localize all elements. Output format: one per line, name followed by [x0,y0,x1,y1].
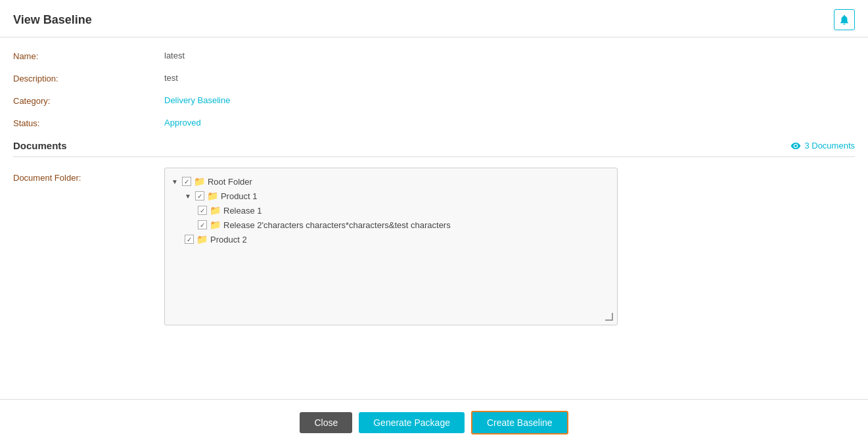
documents-section-header: Documents 3 Documents [13,140,855,157]
category-value: Delivery Baseline [164,95,230,105]
page-title: View Baseline [13,13,92,27]
folder-tree-container: ▼ 📁 Root Folder ▼ 📁 Product 1 📁 Releas [164,168,618,325]
folder-icon-product2: 📁 [196,234,208,245]
chevron-product1: ▼ [185,193,191,200]
content: Name: latest Description: test Category:… [0,37,868,345]
doc-count-text: 3 Documents [804,141,855,151]
checkbox-release1[interactable] [198,206,207,215]
tree-item-product1: ▼ 📁 Product 1 [185,191,610,201]
create-baseline-button[interactable]: Create Baseline [471,411,568,434]
checkbox-root[interactable] [182,177,191,186]
name-label: Name: [13,51,164,61]
doc-folder-row: Document Folder: ▼ 📁 Root Folder ▼ 📁 Pro… [13,168,855,325]
folder-icon-root: 📁 [194,176,205,187]
category-field-row: Category: Delivery Baseline [13,95,855,106]
name-field-row: Name: latest [13,51,855,61]
status-field-row: Status: Approved [13,118,855,128]
tree-label-product1: Product 1 [221,191,258,201]
description-value: test [164,73,178,83]
tree-label-release1: Release 1 [223,206,262,216]
folder-icon-release1: 📁 [210,205,221,216]
tree-label-product2: Product 2 [210,235,247,245]
page: View Baseline Name: latest Description: … [0,0,868,445]
category-label: Category: [13,95,164,106]
description-label: Description: [13,73,164,83]
tree-label-release2: Release 2'characters characters*characte… [223,220,451,230]
status-label: Status: [13,118,164,128]
checkbox-product2[interactable] [185,235,194,244]
close-button[interactable]: Close [300,412,352,433]
name-value: latest [164,51,185,60]
status-value: Approved [164,118,201,128]
bell-icon[interactable] [834,9,855,30]
tree-item-root: ▼ 📁 Root Folder [171,176,610,187]
chevron-root: ▼ [171,178,178,185]
tree-item-product2: 📁 Product 2 [185,234,610,245]
folder-icon-release2: 📁 [210,220,221,230]
doc-folder-label: Document Folder: [13,168,164,183]
tree-label-root: Root Folder [208,177,252,187]
documents-section-title: Documents [13,140,67,151]
checkbox-release2[interactable] [198,220,207,229]
footer: Close Generate Package Create Baseline [0,399,868,445]
description-field-row: Description: test [13,73,855,83]
generate-package-button[interactable]: Generate Package [359,412,465,433]
doc-count-link[interactable]: 3 Documents [790,141,855,151]
checkbox-product1[interactable] [195,191,204,200]
tree-item-release2: 📁 Release 2'characters characters*charac… [198,220,610,230]
header: View Baseline [0,0,868,37]
folder-icon-product1: 📁 [207,191,218,201]
tree-item-release1: 📁 Release 1 [198,205,610,216]
